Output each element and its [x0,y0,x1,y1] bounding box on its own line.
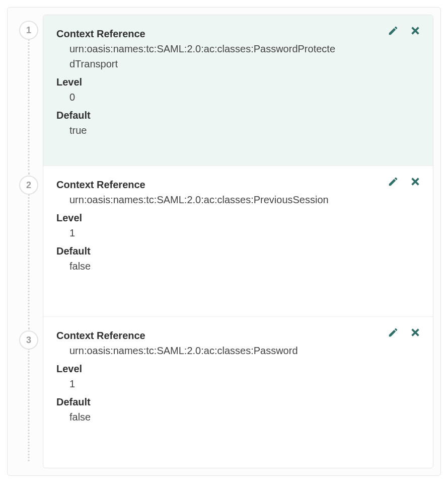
default-label: Default [56,394,420,409]
default-value: true [56,123,338,141]
pencil-icon [388,25,399,36]
delete-button[interactable] [410,25,421,36]
step-number: 3 [26,335,31,346]
context-list-panel: 1 2 3 [7,7,441,476]
level-value: 0 [56,90,338,108]
edit-button[interactable] [388,327,399,338]
context-reference-value: urn:oasis:names:tc:SAML:2.0:ac:classes:P… [56,343,338,361]
context-reference-value: urn:oasis:names:tc:SAML:2.0:ac:classes:P… [56,192,338,210]
card-actions [388,176,421,187]
default-label: Default [56,243,420,259]
pencil-icon [388,176,399,187]
step-number: 2 [26,180,31,191]
default-value: false [56,259,338,277]
level-value: 1 [56,376,338,394]
card-actions [388,25,421,36]
pencil-icon [388,327,399,338]
context-reference-label: Context Reference [56,177,420,192]
step-badge: 2 [20,177,37,194]
delete-button[interactable] [410,176,421,187]
default-value: false [56,409,338,428]
step-number: 1 [26,25,31,36]
edit-button[interactable] [388,176,399,187]
default-label: Default [56,108,420,123]
level-label: Level [56,361,420,376]
level-label: Level [56,210,420,225]
close-icon [410,176,421,187]
delete-button[interactable] [410,327,421,338]
context-card[interactable]: Context Reference urn:oasis:names:tc:SAM… [43,15,433,166]
context-card[interactable]: Context Reference urn:oasis:names:tc:SAM… [43,317,433,468]
context-reference-label: Context Reference [56,328,420,343]
close-icon [410,25,421,36]
context-reference-label: Context Reference [56,26,420,41]
step-badge: 3 [20,331,37,349]
step-line [28,349,30,461]
step-line [28,39,30,175]
context-card-list: Context Reference urn:oasis:names:tc:SAM… [43,15,433,468]
edit-button[interactable] [388,25,399,36]
context-card[interactable]: Context Reference urn:oasis:names:tc:SAM… [43,166,433,317]
step-badge: 1 [20,22,37,39]
context-reference-value: urn:oasis:names:tc:SAML:2.0:ac:classes:P… [56,41,338,74]
level-value: 1 [56,225,338,243]
step-line [28,194,30,329]
close-icon [410,327,421,338]
level-label: Level [56,74,420,90]
card-actions [388,327,421,338]
